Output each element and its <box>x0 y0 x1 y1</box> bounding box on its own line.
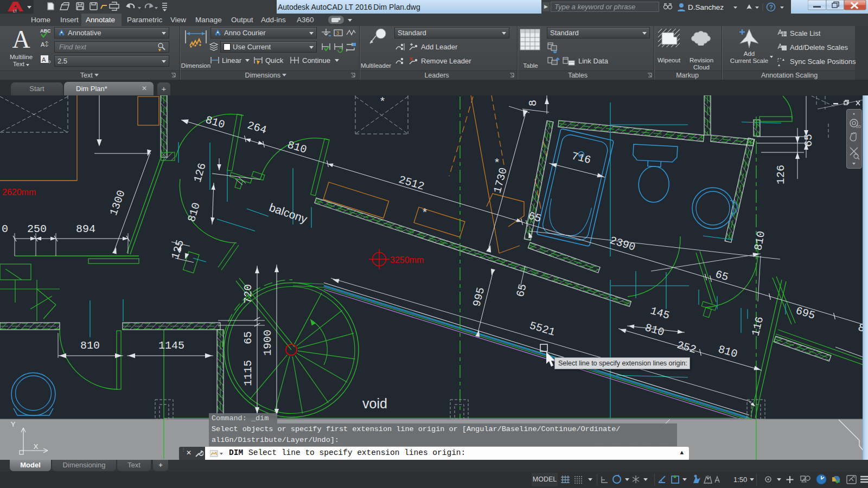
svg-text:ABC: ABC <box>40 28 51 34</box>
svg-text:1145: 1145 <box>158 339 184 352</box>
svg-text:?: ? <box>769 4 773 10</box>
svg-text:8: 8 <box>527 100 539 106</box>
svg-text:A: A <box>42 56 46 63</box>
svg-text:250: 250 <box>27 223 47 235</box>
svg-text:X: X <box>34 442 39 451</box>
svg-text:65: 65 <box>802 134 815 147</box>
svg-text:1900: 1900 <box>261 330 274 356</box>
svg-text:2D: 2D <box>856 125 861 129</box>
svg-text:65: 65 <box>242 331 254 344</box>
svg-text:810: 810 <box>80 339 100 352</box>
svg-text:void: void <box>362 396 387 411</box>
svg-text:1115: 1115 <box>242 360 254 386</box>
svg-text:A: A <box>41 41 45 48</box>
svg-text:*: * <box>422 207 429 220</box>
svg-text:3: 3 <box>336 30 339 36</box>
svg-text:Y: Y <box>11 420 16 428</box>
svg-text:D.Sanchez: D.Sanchez <box>688 3 724 11</box>
svg-text:894: 894 <box>76 223 95 235</box>
svg-text:126: 126 <box>775 165 787 184</box>
svg-text:3250mm: 3250mm <box>390 255 424 265</box>
svg-text:*: * <box>379 96 386 108</box>
svg-text:LT: LT <box>13 9 17 13</box>
svg-text:2620mm: 2620mm <box>2 188 36 197</box>
svg-text:0: 0 <box>2 223 8 235</box>
svg-text:720: 720 <box>242 284 254 304</box>
